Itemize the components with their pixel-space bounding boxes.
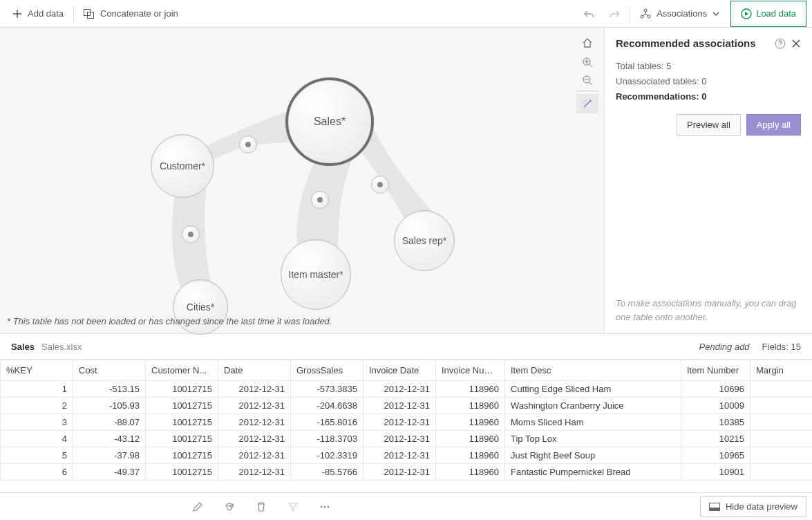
column-header[interactable]: Customer N... — [146, 360, 218, 381]
refresh-button[interactable] — [221, 499, 238, 515]
zoom-out-button[interactable] — [576, 72, 598, 91]
preview-all-button[interactable]: Preview all — [677, 114, 741, 136]
apply-all-button[interactable]: Apply all — [746, 114, 801, 136]
association-dot[interactable] — [371, 176, 389, 194]
table-bubble-cities[interactable]: Cities* — [173, 279, 228, 335]
zoom-out-icon — [582, 75, 593, 86]
bubble-label: Sales* — [314, 115, 346, 128]
table-cell: 2012-12-31 — [218, 398, 291, 414]
table-cell: 10012715 — [146, 381, 218, 398]
concat-join-button[interactable]: Concatenate or join — [77, 4, 185, 23]
table-cell — [750, 447, 813, 464]
column-header[interactable]: Date — [218, 360, 291, 381]
table-bubble-sales[interactable]: Sales* — [285, 77, 374, 166]
redo-button[interactable] — [602, 5, 627, 23]
trash-icon — [256, 501, 267, 512]
table-cell: -513.15 — [73, 381, 146, 398]
top-toolbar: Add data Concatenate or join Association… — [0, 0, 812, 28]
zoom-in-icon — [582, 57, 593, 68]
table-cell: Cutting Edge Sliced Ham — [505, 381, 681, 398]
delete-button[interactable] — [253, 499, 270, 515]
home-icon — [582, 37, 593, 48]
table-cell: 118960 — [436, 447, 505, 464]
table-cell: 10012715 — [146, 464, 218, 481]
panel-hint: To make associations manually, you can d… — [616, 297, 801, 324]
table-cell — [750, 431, 813, 447]
table-cell: -43.12 — [73, 431, 146, 447]
load-data-button[interactable]: Load data — [730, 1, 806, 27]
separator — [73, 6, 74, 22]
table-row[interactable]: 4-43.12100127152012-12-31-118.37032012-1… — [1, 431, 813, 447]
svg-point-2 — [644, 9, 647, 12]
fields-count: Fields: 15 — [762, 342, 801, 352]
table-row[interactable]: 2-105.93100127152012-12-31-204.66382012-… — [1, 398, 813, 414]
table-row[interactable]: 5-37.98100127152012-12-31-102.33192012-1… — [1, 447, 813, 464]
more-icon — [319, 501, 330, 512]
table-row[interactable]: 1-513.15100127152012-12-31-573.38352012-… — [1, 381, 813, 398]
preview-table: %KEYCostCustomer N...DateGrossSalesInvoi… — [0, 360, 812, 481]
hide-preview-label: Hide data preview — [726, 501, 797, 512]
column-header[interactable]: Item Number — [681, 360, 750, 381]
table-cell: 10012715 — [146, 398, 218, 414]
column-header[interactable]: Margin — [750, 360, 813, 381]
edit-button[interactable] — [189, 499, 206, 515]
table-cell: 10009 — [681, 398, 750, 414]
zoom-in-button[interactable] — [576, 53, 598, 72]
table-cell: 10012715 — [146, 414, 218, 431]
separator — [630, 6, 630, 22]
associations-dropdown[interactable]: Associations — [633, 4, 726, 24]
table-cell: Washington Cranberry Juice — [505, 398, 681, 414]
column-header[interactable]: Item Desc — [505, 360, 681, 381]
table-cell: 118960 — [436, 464, 505, 481]
undo-button[interactable] — [577, 5, 602, 23]
pencil-icon — [192, 501, 203, 512]
canvas-footnote: * This table has not been loaded or has … — [7, 316, 332, 326]
table-cell: -49.37 — [73, 464, 146, 481]
association-dot[interactable] — [182, 225, 200, 243]
table-bubble-sales-rep[interactable]: Sales rep* — [394, 210, 455, 271]
close-button[interactable] — [791, 39, 801, 48]
hide-preview-button[interactable]: Hide data preview — [700, 496, 806, 517]
association-dot[interactable] — [311, 191, 329, 209]
preview-file: Sales.xlsx — [41, 342, 82, 352]
table-cell — [750, 381, 813, 398]
canvas-tools — [576, 33, 598, 113]
redo-icon — [609, 9, 620, 19]
table-cell: 2 — [1, 398, 73, 414]
column-header[interactable]: GrossSales — [291, 360, 363, 381]
preview-table-wrap[interactable]: %KEYCostCustomer N...DateGrossSalesInvoi… — [0, 359, 812, 492]
concat-icon — [84, 9, 95, 19]
table-cell: -102.3319 — [291, 447, 363, 464]
column-header[interactable]: %KEY — [1, 360, 73, 381]
help-button[interactable] — [775, 38, 786, 49]
data-preview: Sales Sales.xlsx Pending add Fields: 15 … — [0, 333, 812, 492]
filter-button[interactable] — [285, 499, 301, 515]
magic-wand-button[interactable] — [576, 94, 598, 113]
total-tables-row: Total tables: 5 — [616, 59, 801, 74]
refresh-icon — [224, 501, 235, 512]
pending-status: Pending add — [699, 342, 750, 352]
column-header[interactable]: Invoice Num... — [436, 360, 505, 381]
column-header[interactable]: Cost — [73, 360, 146, 381]
undo-icon — [584, 9, 595, 19]
add-data-button[interactable]: Add data — [6, 4, 70, 23]
table-row[interactable]: 3-88.07100127152012-12-31-165.80162012-1… — [1, 414, 813, 431]
unassoc-tables-row: Unassociated tables: 0 — [616, 74, 801, 89]
table-cell: 2012-12-31 — [363, 398, 436, 414]
table-cell: 6 — [1, 464, 73, 481]
svg-rect-13 — [709, 508, 719, 511]
column-header[interactable]: Invoice Date — [363, 360, 436, 381]
more-button[interactable] — [317, 499, 333, 515]
home-button[interactable] — [576, 33, 598, 53]
panel-icon — [709, 503, 720, 511]
plus-icon — [12, 9, 22, 19]
close-icon — [791, 39, 801, 48]
table-cell — [750, 414, 813, 431]
association-dot[interactable] — [239, 136, 257, 154]
table-bubble-customer[interactable]: Customer* — [151, 134, 214, 198]
table-row[interactable]: 6-49.37100127152012-12-31-85.57662012-12… — [1, 464, 813, 481]
svg-point-11 — [327, 505, 329, 508]
table-cell: 10901 — [681, 464, 750, 481]
table-bubble-item-master[interactable]: Item master* — [281, 239, 351, 310]
associations-label: Associations — [657, 8, 707, 19]
